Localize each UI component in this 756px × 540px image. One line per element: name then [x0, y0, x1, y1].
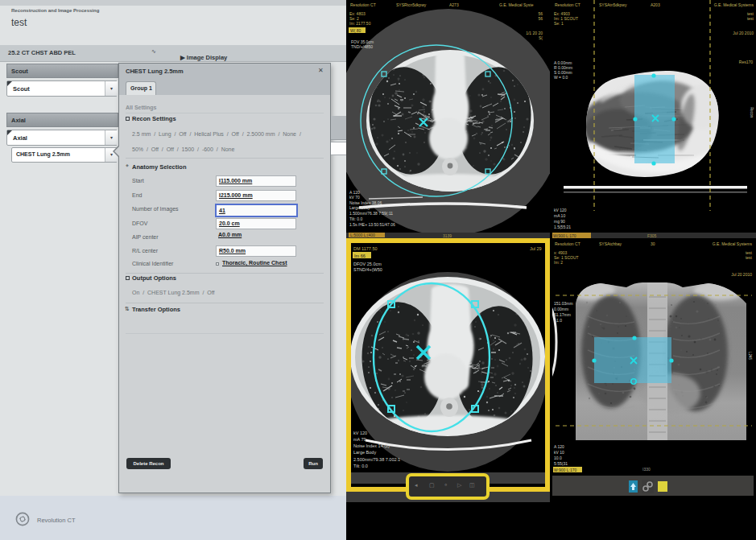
svg-text:Jul 20 2010: Jul 20 2010 [731, 272, 752, 277]
svg-text:W:900 L:170: W:900 L:170 [554, 468, 576, 472]
svg-text:Se: 1: Se: 1 [554, 21, 564, 26]
svg-text:1.500mm/76.38 7:59(:11: 1.500mm/76.38 7:59(:11 [349, 211, 393, 216]
svg-text:5:55(31: 5:55(31 [554, 461, 568, 466]
svg-text:2.500mm/79.38 7.002:1: 2.500mm/79.38 7.002:1 [353, 457, 400, 462]
svg-text:W(900 L:170: W(900 L:170 [553, 233, 576, 238]
svg-text:STND/4+(W50: STND/4+(W50 [353, 267, 382, 272]
svg-text:51.17mm: 51.17mm [554, 312, 571, 317]
svg-text:S(: S( [539, 35, 543, 40]
svg-text:A 120: A 120 [554, 444, 564, 449]
svg-text:kV 10: kV 10 [554, 450, 564, 455]
svg-text:Large Body: Large Body [349, 205, 370, 210]
svg-text:SYSRtcn5dkpwy: SYSRtcn5dkpwy [396, 2, 427, 7]
svg-text:kV 120: kV 120 [353, 431, 367, 435]
svg-text:W = 0.0: W = 0.0 [554, 75, 568, 80]
svg-text:1.5s /HE+ 13:50:51/47.06: 1.5s /HE+ 13:50:51/47.06 [349, 222, 395, 227]
svg-text:Im: 2: Im: 2 [554, 260, 563, 265]
svg-text:mA 79: mA 79 [353, 437, 366, 442]
svg-text:G.E. Medical Syste: G.E. Medical Syste [499, 2, 534, 7]
svg-text:F305: F305 [647, 233, 657, 238]
svg-text:▢: ▢ [429, 482, 435, 488]
svg-text:L245: L245 [748, 352, 752, 361]
svg-text:- 1.0: - 1.0 [554, 318, 562, 323]
svg-text:▷: ▷ [457, 482, 462, 488]
svg-text:SYSAtn5dkpwy: SYSAtn5dkpwy [599, 2, 627, 7]
svg-text:mA 10: mA 10 [554, 213, 565, 218]
svg-text:SYSAtchbay: SYSAtchbay [599, 241, 622, 246]
svg-text:L:5000 L:(400: L:5000 L:(400 [350, 233, 375, 237]
svg-text:DFOV 25.0cm: DFOV 25.0cm [353, 262, 382, 266]
svg-text:test: test [747, 16, 754, 21]
svg-text:Large Body: Large Body [353, 450, 376, 455]
svg-text:Recon: Recon [750, 107, 754, 118]
svg-text:kV 70: kV 70 [349, 195, 360, 200]
svg-text:30: 30 [651, 241, 655, 246]
svg-text:test: test [746, 255, 753, 260]
svg-text:Im 66: Im 66 [354, 254, 366, 258]
svg-text:I330: I330 [642, 467, 651, 472]
svg-text:Im: 2177.50: Im: 2177.50 [349, 21, 371, 26]
svg-text:0.00mm: 0.00mm [554, 307, 568, 311]
svg-text:kV 120: kV 120 [554, 208, 567, 212]
svg-text:G.E. Medical Systems: G.E. Medical Systems [714, 2, 754, 7]
svg-text:Jul 20 2010: Jul 20 2010 [733, 31, 754, 35]
svg-text:G.E. Medical Systems: G.E. Medical Systems [713, 241, 753, 246]
svg-text:Resolution CT: Resolution CT [555, 241, 580, 246]
svg-text:1.5(55:21: 1.5(55:21 [554, 225, 571, 229]
svg-text:56: 56 [538, 16, 543, 21]
svg-text:A273: A273 [449, 2, 459, 7]
svg-text:Tilt: 0.0: Tilt: 0.0 [349, 216, 362, 221]
svg-text:A203: A203 [651, 2, 660, 7]
svg-text:W( 80: W( 80 [350, 28, 361, 33]
svg-text:◫: ◫ [469, 482, 475, 488]
svg-text:Tilt: 0.0: Tilt: 0.0 [353, 464, 368, 468]
svg-text:DM 1177.50: DM 1177.50 [353, 246, 378, 251]
svg-text:Noise Index 14.(2): Noise Index 14.(2) [353, 443, 390, 448]
svg-text:TND/+/4850: TND/+/4850 [351, 44, 373, 49]
svg-text:10.0: 10.0 [554, 455, 562, 460]
svg-text:Resolution CT: Resolution CT [555, 2, 580, 7]
svg-text:⚬: ⚬ [444, 482, 448, 488]
svg-text:mg 90: mg 90 [554, 219, 565, 224]
svg-text:◂: ◂ [415, 482, 418, 488]
svg-text:Res170: Res170 [739, 60, 753, 64]
svg-text:151.03mm: 151.03mm [554, 301, 573, 306]
svg-text:Resolution CT: Resolution CT [350, 2, 376, 7]
svg-text:Jul 29: Jul 29 [530, 246, 542, 251]
